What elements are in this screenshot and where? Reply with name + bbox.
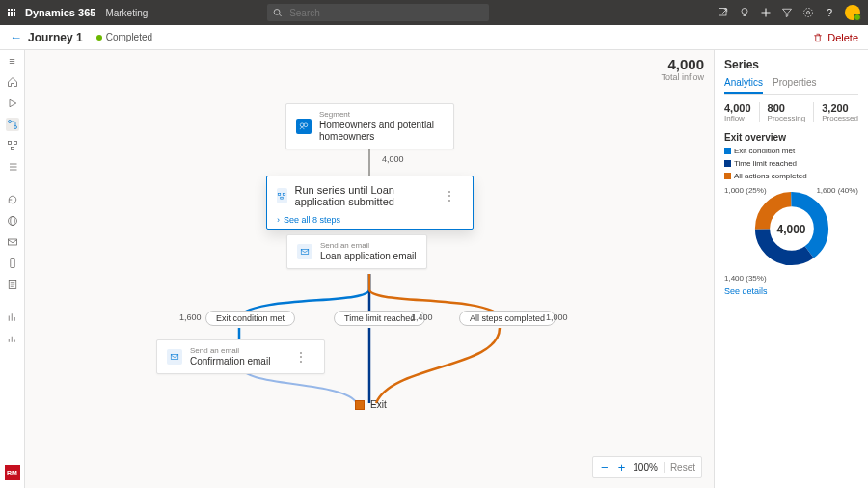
zoom-out-button[interactable]: − [599, 460, 610, 474]
zoom-controls: − + 100% Reset [592, 456, 702, 478]
confirmation-node[interactable]: Send an email Confirmation email ⋮ [156, 339, 325, 374]
status-text: Completed [106, 32, 152, 42]
settings-icon[interactable] [802, 7, 814, 18]
nav-form-icon[interactable] [6, 278, 19, 291]
nav-spacer [6, 181, 19, 185]
svg-point-7 [8, 121, 11, 123]
donut-label-time: 1,400 (35%) [724, 274, 767, 283]
see-details-link[interactable]: See details [724, 286, 858, 296]
nav-home-icon[interactable] [6, 75, 19, 89]
tab-properties[interactable]: Properties [773, 77, 817, 94]
segment-name: Homeowners and potential homeowners [319, 120, 444, 143]
svg-point-0 [274, 10, 280, 15]
svg-rect-14 [8, 239, 16, 245]
confirm-more-icon[interactable]: ⋮ [287, 350, 314, 364]
zoom-value: 100% [633, 462, 658, 473]
nav-refresh-icon[interactable] [6, 193, 19, 206]
nav-menu-icon[interactable]: ≡ [6, 54, 19, 68]
segment-node[interactable]: Segment Homeowners and potential homeown… [285, 103, 454, 149]
series-more-icon[interactable]: ⋮ [436, 189, 463, 203]
step-name: Loan application email [320, 251, 417, 262]
module-name: Marketing [105, 8, 148, 18]
svg-rect-22 [301, 249, 309, 254]
nav-chart2-icon[interactable] [6, 332, 19, 345]
nav-spacer2 [6, 299, 19, 303]
nav-globe-icon[interactable] [6, 214, 19, 228]
svg-point-17 [300, 123, 304, 127]
svg-rect-20 [284, 194, 286, 196]
see-all-steps-link[interactable]: › See all 8 steps [267, 211, 473, 229]
email-icon [167, 349, 182, 365]
exit-square-icon [355, 400, 365, 410]
left-nav: ≡ RM [0, 50, 25, 488]
search-input[interactable] [287, 7, 483, 19]
svg-point-12 [8, 217, 16, 226]
legend: Exit condition met Time limit reached Al… [724, 147, 858, 180]
nav-play-icon[interactable] [6, 96, 19, 110]
search-icon [273, 8, 282, 17]
persona-tile[interactable]: RM [5, 465, 20, 480]
exit-node[interactable]: Exit [355, 399, 387, 410]
series-node[interactable]: Run series until Loan application submit… [266, 176, 474, 230]
zoom-in-button[interactable]: + [616, 460, 628, 474]
donut-label-exit: 1,000 (25%) [724, 186, 767, 195]
svg-point-13 [10, 217, 14, 226]
global-search[interactable] [267, 4, 489, 21]
overview-title: Exit overview [724, 132, 858, 143]
svg-line-1 [279, 14, 281, 16]
command-bar: ← Journey 1 Completed Delete [0, 25, 868, 50]
series-step-node[interactable]: Send an email Loan application email [286, 234, 427, 269]
top-app-bar: Dynamics 365 Marketing ? [0, 0, 868, 25]
nav-chart-icon[interactable] [6, 311, 19, 324]
confirm-name: Confirmation email [190, 356, 270, 367]
properties-pane: Series Analytics Properties 4,000Inflow … [714, 50, 868, 488]
all-count: 1,000 [546, 312, 568, 322]
pane-tabs: Analytics Properties [724, 77, 858, 95]
svg-rect-21 [281, 197, 284, 199]
pane-title: Series [724, 58, 858, 71]
share-icon[interactable] [718, 7, 729, 18]
donut-label-all: 1,600 (40%) [816, 186, 858, 195]
confirm-type: Send an email [190, 346, 270, 356]
chevron-right-icon: › [277, 215, 280, 225]
svg-rect-10 [14, 142, 16, 145]
step-type: Send an email [320, 241, 417, 251]
svg-point-3 [742, 9, 747, 14]
svg-point-5 [806, 12, 809, 14]
exit-label: Exit [370, 399, 387, 410]
series-type: Run series until [295, 184, 368, 196]
nav-segment-icon[interactable] [6, 139, 19, 152]
product-name: Dynamics 365 [25, 7, 95, 18]
svg-point-6 [803, 9, 812, 17]
tab-analytics[interactable]: Analytics [724, 77, 763, 94]
kpi-row: 4,000Inflow 800Processing 3,200Processed [724, 102, 858, 122]
user-avatar[interactable] [845, 5, 860, 20]
svg-rect-11 [11, 148, 14, 150]
segment-icon [296, 119, 312, 134]
journey-canvas[interactable]: 4,000 Total inflow [25, 50, 714, 488]
journey-title: Journey 1 [28, 31, 83, 44]
delete-button[interactable]: Delete [812, 32, 858, 43]
time-count: 1,400 [411, 312, 433, 322]
svg-point-8 [14, 126, 16, 129]
tag-all-steps[interactable]: All steps completed [459, 311, 556, 326]
lightbulb-icon[interactable] [739, 7, 750, 18]
back-button[interactable]: ← [10, 30, 22, 44]
filter-icon[interactable] [781, 7, 793, 18]
nav-phone-icon[interactable] [6, 257, 19, 270]
tag-exit-condition[interactable]: Exit condition met [205, 311, 295, 326]
svg-rect-19 [279, 194, 282, 196]
nav-mail-icon[interactable] [6, 235, 19, 249]
trash-icon [812, 32, 824, 43]
add-icon[interactable] [760, 7, 772, 18]
nav-journey-icon[interactable] [6, 118, 19, 131]
email-icon [297, 244, 312, 259]
app-launcher-icon[interactable] [8, 9, 15, 16]
help-icon[interactable]: ? [824, 7, 835, 18]
segment-type: Segment [319, 110, 444, 120]
exit-count: 1,600 [179, 312, 202, 322]
zoom-reset-button[interactable]: Reset [664, 462, 695, 473]
svg-rect-9 [8, 142, 11, 145]
status-dot-icon [96, 35, 102, 41]
nav-list-icon[interactable] [6, 160, 19, 174]
